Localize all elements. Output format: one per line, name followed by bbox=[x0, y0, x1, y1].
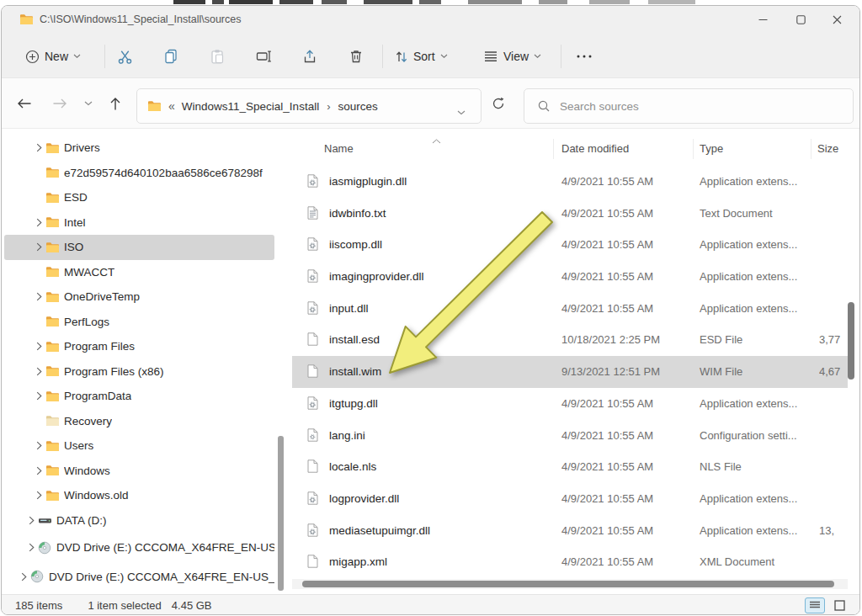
tree-item[interactable]: DVD Drive (E:) CCCOMA_X64FRE_EN-US_DV9 bbox=[4, 535, 274, 560]
breadcrumb-overflow[interactable]: « bbox=[168, 99, 175, 113]
breadcrumb-item[interactable]: Windows11_Special_Install bbox=[182, 100, 319, 113]
item-count: 185 items bbox=[15, 599, 62, 612]
tree-item[interactable]: Windows bbox=[4, 459, 274, 484]
search-box[interactable] bbox=[524, 88, 854, 124]
chevron-right-icon[interactable] bbox=[24, 543, 38, 552]
address-dropdown-chevron-icon[interactable] bbox=[457, 104, 466, 119]
file-row[interactable]: itgtupg.dll4/9/2021 10:55 AMApplication … bbox=[292, 388, 848, 420]
chevron-right-icon[interactable] bbox=[32, 367, 45, 376]
copy-button[interactable] bbox=[154, 40, 188, 72]
sidebar-scrollbar-thumb[interactable] bbox=[278, 436, 284, 591]
tree-item[interactable]: MWACCT bbox=[4, 260, 274, 285]
breadcrumb[interactable]: « Windows11_Special_Install › sources bbox=[136, 88, 482, 124]
share-button[interactable] bbox=[293, 40, 327, 72]
more-options-button[interactable] bbox=[567, 40, 601, 72]
tree-item[interactable]: Users bbox=[4, 433, 274, 459]
chevron-right-icon[interactable] bbox=[32, 391, 45, 401]
minimize-button[interactable] bbox=[744, 6, 781, 34]
rename-button[interactable] bbox=[247, 40, 280, 72]
column-header-type[interactable]: Type bbox=[700, 142, 723, 155]
column-headers: Name Date modified Type Size bbox=[292, 129, 848, 164]
tree-item-label: Program Files bbox=[64, 340, 135, 353]
folder-icon bbox=[45, 440, 64, 452]
column-header-size[interactable]: Size bbox=[817, 142, 838, 155]
back-button[interactable] bbox=[12, 92, 37, 115]
file-row[interactable]: iiscomp.dll4/9/2021 10:55 AMApplication … bbox=[292, 229, 848, 261]
column-divider[interactable] bbox=[553, 139, 554, 159]
file-row[interactable]: mediasetupuimgr.dll4/9/2021 10:55 AMAppl… bbox=[292, 515, 848, 547]
toolbar-divider bbox=[104, 45, 105, 68]
tree-item-label: ISO bbox=[64, 241, 83, 253]
file-date-modified: 4/9/2021 10:55 AM bbox=[561, 166, 653, 198]
chevron-right-icon[interactable] bbox=[32, 491, 45, 500]
column-header-name[interactable]: Name bbox=[324, 142, 354, 155]
column-divider[interactable] bbox=[811, 139, 811, 159]
file-date-modified: 4/9/2021 10:55 AM bbox=[561, 229, 653, 261]
horizontal-scrollbar[interactable] bbox=[292, 579, 848, 589]
tree-item[interactable]: ProgramData bbox=[4, 384, 274, 409]
file-row[interactable]: logprovider.dll4/9/2021 10:55 AMApplicat… bbox=[292, 483, 848, 515]
file-date-modified: 4/9/2021 10:55 AM bbox=[561, 388, 653, 420]
chevron-right-icon[interactable] bbox=[32, 242, 45, 252]
horizontal-scrollbar-thumb[interactable] bbox=[302, 581, 834, 587]
file-type: WIM File bbox=[700, 356, 742, 388]
tree-item[interactable]: Recovery bbox=[4, 409, 274, 434]
breadcrumb-item[interactable]: sources bbox=[338, 100, 377, 113]
new-button[interactable]: New bbox=[19, 40, 98, 72]
chevron-right-icon[interactable] bbox=[24, 516, 38, 525]
recent-locations-chevron-icon[interactable] bbox=[76, 92, 101, 115]
refresh-button[interactable] bbox=[487, 92, 510, 115]
cut-button[interactable] bbox=[108, 40, 141, 72]
tree-item[interactable]: OneDriveTemp bbox=[4, 284, 274, 310]
tree-item[interactable]: Intel bbox=[4, 210, 274, 236]
tree-item[interactable]: Drivers bbox=[4, 135, 274, 161]
column-divider[interactable] bbox=[693, 139, 694, 159]
folder-icon bbox=[45, 490, 64, 502]
chevron-right-icon[interactable] bbox=[32, 342, 45, 351]
file-row[interactable]: idwbinfo.txt4/9/2021 10:55 AMText Docume… bbox=[292, 198, 848, 230]
tree-item[interactable]: Windows.old bbox=[4, 483, 274, 508]
icons-view-toggle[interactable] bbox=[829, 597, 849, 613]
file-list-scrollbar-thumb[interactable] bbox=[848, 302, 854, 380]
file-row[interactable]: input.dll4/9/2021 10:55 AMApplication ex… bbox=[292, 293, 848, 325]
file-row[interactable]: iasmigplugin.dll4/9/2021 10:55 AMApplica… bbox=[292, 166, 848, 198]
chevron-right-icon[interactable] bbox=[32, 218, 45, 227]
delete-button[interactable] bbox=[339, 40, 373, 72]
column-header-date[interactable]: Date modified bbox=[561, 142, 629, 155]
chevron-right-icon[interactable] bbox=[17, 572, 30, 581]
details-view-toggle[interactable] bbox=[805, 597, 825, 613]
share-icon bbox=[302, 49, 317, 64]
tree-item[interactable]: Program Files bbox=[4, 334, 274, 359]
file-name: install.wim bbox=[329, 356, 381, 388]
maximize-button[interactable] bbox=[782, 6, 819, 34]
file-row[interactable]: install.esd10/18/2021 2:25 PMESD File3,7… bbox=[292, 324, 848, 356]
tree-item-label: Program Files (x86) bbox=[64, 365, 164, 378]
tree-item[interactable]: DVD Drive (E:) CCCOMA_X64FRE_EN-US_DV9 bbox=[4, 565, 274, 590]
file-row[interactable]: install.wim9/13/2021 12:51 PMWIM File4,6… bbox=[292, 356, 848, 388]
chevron-right-icon[interactable] bbox=[32, 466, 45, 475]
tree-item[interactable]: PerfLogs bbox=[4, 310, 274, 335]
paste-button[interactable] bbox=[200, 40, 234, 72]
tree-item[interactable]: ISO bbox=[4, 235, 274, 260]
close-button[interactable] bbox=[818, 6, 855, 34]
command-bar: New bbox=[2, 34, 859, 78]
tree-item[interactable]: Program Files (x86) bbox=[4, 359, 274, 385]
file-size: 4,67 bbox=[819, 356, 848, 388]
file-row[interactable]: locale.nls4/9/2021 10:55 AMNLS File bbox=[292, 451, 848, 483]
tree-item-label: DVD Drive (E:) CCCOMA_X64FRE_EN-US_DV9 bbox=[56, 541, 274, 554]
tree-item[interactable]: DATA (D:) bbox=[4, 508, 274, 534]
tree-item[interactable]: e72d59574d640102baa6586ce678298f bbox=[4, 161, 274, 186]
forward-button[interactable] bbox=[47, 92, 72, 115]
tree-item[interactable]: ESD bbox=[4, 185, 274, 210]
view-button[interactable]: View bbox=[478, 40, 559, 72]
file-row[interactable]: lang.ini4/9/2021 10:55 AMConfiguration s… bbox=[292, 420, 848, 452]
search-input[interactable] bbox=[558, 99, 831, 114]
status-bar: 185 items 1 item selected 4.45 GB bbox=[2, 594, 859, 615]
up-button[interactable] bbox=[103, 92, 128, 115]
file-row[interactable]: migapp.xml4/9/2021 10:55 AMXML Document bbox=[292, 546, 848, 578]
chevron-right-icon[interactable] bbox=[32, 292, 45, 301]
sort-button[interactable]: Sort bbox=[389, 40, 463, 72]
chevron-right-icon[interactable] bbox=[32, 441, 45, 450]
file-row[interactable]: imagingprovider.dll4/9/2021 10:55 AMAppl… bbox=[292, 261, 848, 293]
chevron-right-icon[interactable] bbox=[32, 143, 45, 152]
